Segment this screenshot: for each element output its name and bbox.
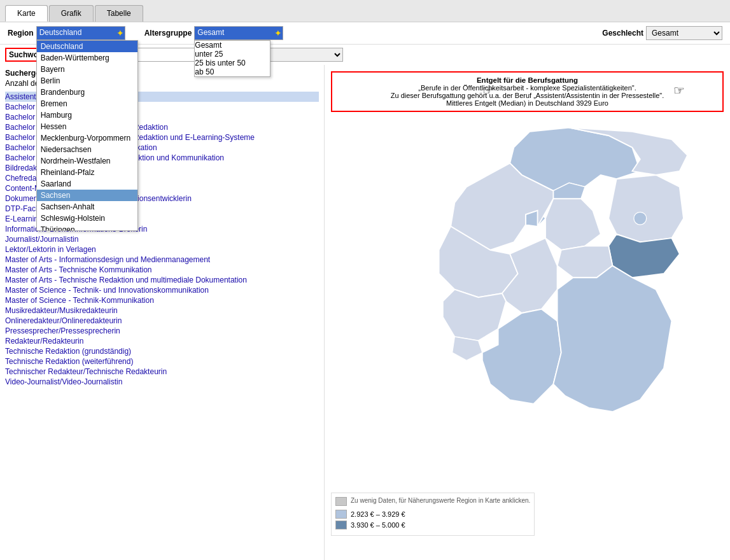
legend-label-1: 2.923 € – 3.929 €	[351, 510, 405, 518]
region-option[interactable]: Niedersachsen	[37, 144, 137, 155]
region-option[interactable]: Saarland	[37, 178, 137, 190]
region-option[interactable]: Sachsen-Anhalt	[37, 201, 137, 213]
list-item: Master of Science - Technik- und Innovat…	[5, 285, 319, 295]
list-item: Master of Arts - Technische Kommunikatio…	[5, 265, 319, 275]
legend-no-data-color	[335, 497, 347, 506]
list-item: Redakteur/Redakteurin	[5, 336, 319, 346]
map-container	[361, 116, 730, 510]
list-item: Lektor/Lektorin in Verlagen	[5, 244, 319, 255]
region-dropdown-list: DeutschlandBaden-WürttembergBayernBerlin…	[36, 40, 138, 231]
info-box: Entgelt für die Berufsgattung „Berufe in…	[331, 71, 724, 112]
altersgruppe-option[interactable]: unter 25	[195, 50, 270, 59]
list-item: Technischer Redakteur/Technische Redakte…	[5, 367, 319, 377]
list-item: Video-Journalist/Video-Journalistin	[5, 377, 319, 387]
tab-tabelle[interactable]: Tabelle	[95, 5, 143, 22]
legend: Zu wenig Daten, für Näherungswerte Regio…	[331, 493, 535, 536]
infobox-subtitle2: Zu dieser Berufsgattung gehört u.a. der …	[337, 92, 717, 99]
list-item: Master of Arts - Technische Redaktion un…	[5, 275, 319, 285]
region-option[interactable]: Brandenburg	[37, 87, 137, 98]
infobox-subtitle1: „Berufe in der Öffentlichkeitsarbeit - k…	[337, 84, 717, 92]
berlin-region[interactable]	[634, 212, 647, 225]
result-link[interactable]: Pressesprecher/Pressesprecherin	[5, 326, 120, 335]
result-link[interactable]: Technische Redaktion (grundständig)	[5, 347, 131, 356]
legend-color-1	[335, 510, 347, 519]
result-link[interactable]: Master of Arts - Technische Redaktion un…	[5, 276, 247, 284]
result-link[interactable]: Journalist/Journalistin	[5, 235, 78, 244]
legend-note: Zu wenig Daten, für Näherungswerte Regio…	[335, 497, 530, 506]
result-link[interactable]: Musikredakteur/Musikredakteurin	[5, 306, 118, 315]
legend-item-2: 3.930 € – 5.000 €	[335, 521, 530, 529]
main-container: Karte Grafik Tabelle Region Deutschland …	[0, 0, 730, 560]
bayern-region[interactable]	[553, 266, 671, 412]
legend-no-data-text: Zu wenig Daten, für Näherungswerte Regio…	[351, 497, 530, 504]
legend-color-2	[335, 521, 347, 529]
result-link[interactable]: Master of Science - Technik-Kommunikatio…	[5, 296, 154, 305]
region-label: Region	[8, 29, 34, 38]
altersgruppe-group: Altersgruppe Gesamt ✦ Gesamtunter 2525 b…	[144, 26, 284, 40]
geschlecht-label: Geschlecht	[602, 29, 643, 38]
region-option[interactable]: Schleswig-Holstein	[37, 213, 137, 224]
altersgruppe-label: Altersgruppe	[144, 29, 192, 38]
list-item: Technische Redaktion (weiterführend)	[5, 356, 319, 367]
saarland-region[interactable]	[453, 337, 482, 360]
geschlecht-select[interactable]: GesamtMännlichWeiblich	[646, 26, 722, 40]
result-link[interactable]: Master of Arts - Informationsdesign und …	[5, 255, 210, 264]
list-item: Pressesprecher/Pressesprecherin	[5, 326, 319, 336]
region-option[interactable]: Bremen	[37, 98, 137, 109]
region-option[interactable]: Hamburg	[37, 109, 137, 121]
region-option[interactable]: Deutschland	[37, 41, 137, 52]
result-link[interactable]: Master of Arts - Technische Kommunikatio…	[5, 265, 152, 274]
result-link[interactable]: Technische Redaktion (weiterführend)	[5, 357, 133, 366]
altersgruppe-option[interactable]: 25 bis unter 50	[195, 59, 270, 67]
sachsen-anhalt-region[interactable]	[545, 199, 601, 250]
region-option[interactable]: Hessen	[37, 121, 137, 132]
altersgruppe-dropdown-list: Gesamtunter 2525 bis unter 50ab 50	[194, 40, 270, 77]
right-panel: Entgelt für die Berufsgattung „Berufe in…	[325, 65, 730, 560]
tab-karte[interactable]: Karte	[5, 5, 48, 22]
result-link[interactable]: Lektor/Lektorin in Verlagen	[5, 245, 96, 254]
brandenburg-region[interactable]	[608, 175, 684, 242]
region-option[interactable]: Rheinland-Pfalz	[37, 167, 137, 178]
region-dropdown[interactable]: Deutschland	[36, 26, 125, 40]
infobox-title: Entgelt für die Berufsgattung	[337, 76, 717, 84]
altersgruppe-option[interactable]: Gesamt	[195, 41, 270, 50]
result-link[interactable]: Video-Journalist/Video-Journalistin	[5, 377, 122, 386]
list-item: Musikredakteur/Musikredakteurin	[5, 305, 319, 316]
result-link[interactable]: Redakteur/Redakteurin	[5, 337, 83, 346]
altersgruppe-dropdown-wrapper: Gesamt ✦ Gesamtunter 2525 bis unter 50ab…	[194, 26, 283, 40]
region-option[interactable]: Bayern	[37, 64, 137, 75]
tabs-bar: Karte Grafik Tabelle	[0, 0, 730, 22]
result-link[interactable]: Technischer Redakteur/Technische Redakte…	[5, 367, 167, 376]
list-item: Master of Arts - Informationsdesign und …	[5, 255, 319, 265]
legend-label-2: 3.930 € – 5.000 €	[351, 521, 405, 529]
legend-item-1: 2.923 € – 3.929 €	[335, 510, 530, 519]
altersgruppe-dropdown[interactable]: Gesamt	[194, 26, 283, 40]
infobox-median: Mittleres Entgelt (Median) in Deutschlan…	[337, 99, 717, 107]
germany-map-svg	[361, 116, 730, 510]
altersgruppe-option[interactable]: ab 50	[195, 67, 270, 76]
region-option[interactable]: Sachsen	[37, 190, 137, 201]
region-option[interactable]: Mecklenburg-Vorpommern	[37, 132, 137, 144]
result-link[interactable]: Master of Science - Technik- und Innovat…	[5, 286, 209, 295]
top-controls: Region Deutschland ✦ DeutschlandBaden-Wü…	[0, 22, 730, 45]
region-group: Region Deutschland ✦ DeutschlandBaden-Wü…	[8, 26, 125, 40]
list-item: Master of Science - Technik-Kommunikatio…	[5, 295, 319, 305]
geschlecht-group: Geschlecht GesamtMännlichWeiblich	[602, 26, 722, 40]
altersgruppe-star-icon[interactable]: ✦	[274, 28, 282, 38]
rlp-region[interactable]	[443, 290, 506, 341]
region-option[interactable]: Berlin	[37, 75, 137, 87]
list-item: Technische Redaktion (grundständig)	[5, 346, 319, 356]
list-item: Onlineredakteur/Onlineredakteurin	[5, 316, 319, 326]
region-dropdown-wrapper: Deutschland ✦ DeutschlandBaden-Württembe…	[36, 26, 125, 40]
region-option[interactable]: Baden-Württemberg	[37, 52, 137, 64]
tab-grafik[interactable]: Grafik	[49, 5, 94, 22]
list-item: Journalist/Journalistin	[5, 234, 319, 244]
result-link[interactable]: Onlineredakteur/Onlineredakteurin	[5, 316, 122, 325]
region-star-icon[interactable]: ✦	[116, 28, 124, 38]
region-option[interactable]: Thüringen	[37, 224, 137, 231]
region-option[interactable]: Nordrhein-Westfalen	[37, 155, 137, 167]
